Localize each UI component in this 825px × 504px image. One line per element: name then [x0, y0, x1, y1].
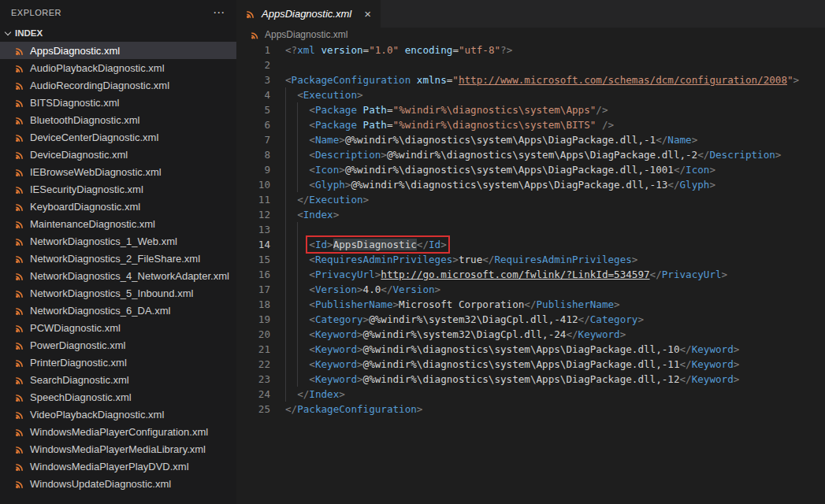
token: 4.0	[363, 284, 381, 295]
token: >	[435, 284, 441, 295]
token: <	[309, 149, 315, 161]
token: >	[692, 134, 698, 146]
file-item[interactable]: KeyboardDiagnostic.xml	[0, 198, 236, 215]
file-item[interactable]: SpeechDiagnostic.xml	[0, 388, 236, 406]
token: <	[309, 343, 315, 355]
file-item[interactable]: BITSDiagnostic.xml	[0, 94, 236, 111]
token: @%windir%\diagnostics\system\Apps\DiagPa…	[363, 358, 680, 370]
token	[285, 89, 297, 101]
code-line[interactable]: 12 <Index>	[236, 207, 825, 222]
code-line[interactable]: 9 <Icon>@%windir%\diagnostics\system\App…	[236, 162, 825, 177]
token: >	[775, 149, 782, 161]
indent-guide	[285, 162, 286, 177]
token: <	[309, 179, 315, 191]
code-line[interactable]: 23 <Keyword>@%windir%\diagnostics\system…	[236, 372, 825, 387]
code-line[interactable]: 10 <Glyph>@%windir%\diagnostics\system\A…	[236, 177, 825, 192]
close-icon[interactable]: ×	[364, 8, 371, 20]
file-item[interactable]: DeviceDiagnostic.xml	[0, 146, 236, 163]
code-line[interactable]: 5 <Package Path="%windir%\diagnostics\sy…	[236, 102, 825, 117]
section-index[interactable]: INDEX	[0, 24, 236, 42]
code-line[interactable]: 2	[236, 57, 825, 72]
token: =	[452, 44, 459, 56]
code-line[interactable]: 17 <Version>4.0</Version>	[236, 282, 825, 297]
file-item[interactable]: PrinterDiagnostic.xml	[0, 354, 236, 371]
token: Keyword	[315, 373, 357, 385]
code-line[interactable]: 16 <PrivacyUrl>http://go.microsoft.com/f…	[236, 267, 825, 282]
file-item[interactable]: WindowsUpdateDiagnostic.xml	[0, 475, 236, 492]
explorer-title: EXPLORER	[11, 8, 61, 17]
token: Id	[429, 239, 440, 250]
file-item[interactable]: WindowsMediaPlayerConfiguration.xml	[0, 423, 236, 440]
token: Package	[315, 119, 357, 131]
code-line[interactable]: 11 </Execution>	[236, 192, 825, 207]
token: >	[452, 254, 459, 265]
token: >	[393, 298, 399, 310]
token: version	[321, 44, 363, 56]
file-item[interactable]: NetworkDiagnostics_5_Inbound.xml	[0, 284, 236, 302]
file-item[interactable]: BluetoothDiagnostic.xml	[0, 111, 236, 128]
token: </	[566, 328, 578, 340]
code-line[interactable]: 13	[236, 222, 825, 237]
tab-appsdiagnostic[interactable]: AppsDiagnostic.xml ×	[236, 0, 381, 28]
file-item[interactable]: WindowsMediaPlayerMediaLibrary.xml	[0, 440, 236, 458]
file-item[interactable]: SearchDiagnostic.xml	[0, 371, 236, 388]
file-item[interactable]: VideoPlaybackDiagnostic.xml	[0, 406, 236, 423]
code-line[interactable]: 6 <Package Path="%windir%\diagnostics\sy…	[236, 117, 825, 132]
token: <	[297, 209, 303, 220]
token: @%windir%\diagnostics\system\Apps\DiagPa…	[345, 164, 674, 176]
file-item[interactable]: IEBrowseWebDiagnostic.xml	[0, 163, 236, 180]
token: Id	[315, 239, 327, 250]
token: >	[614, 298, 620, 310]
code-line[interactable]: 4 <Execution>	[236, 87, 825, 102]
file-item-label: WindowsMediaPlayerConfiguration.xml	[30, 426, 208, 438]
file-item[interactable]: NetworkDiagnostics_4_NetworkAdapter.xml	[0, 267, 236, 284]
file-item[interactable]: PowerDiagnostic.xml	[0, 336, 236, 354]
code-line[interactable]: 18 <PublisherName>Microsoft Corporation<…	[236, 297, 825, 312]
code-line[interactable]: 8 <Description>@%windir%\diagnostics\sys…	[236, 147, 825, 162]
more-actions-icon[interactable]: ⋯	[213, 9, 225, 17]
code-line[interactable]: 3<PackageConfiguration xmlns="http://www…	[236, 72, 825, 87]
indent-guide	[285, 297, 286, 312]
token: http://www.microsoft.com/schemas/dcm/con…	[459, 74, 787, 86]
file-item[interactable]: MaintenanceDiagnostic.xml	[0, 215, 236, 232]
breadcrumb[interactable]: AppsDiagnostic.xml	[236, 28, 825, 42]
token: Execution	[309, 194, 362, 206]
line-number: 16	[236, 267, 270, 282]
file-item[interactable]: AppsDiagnostic.xml	[0, 42, 236, 59]
code-line[interactable]: 25</PackageConfiguration>	[236, 402, 825, 417]
file-item[interactable]: DeviceCenterDiagnostic.xml	[0, 128, 236, 146]
file-item[interactable]: NetworkDiagnostics_1_Web.xml	[0, 232, 236, 250]
xml-file-icon	[15, 132, 25, 143]
file-item[interactable]: NetworkDiagnostics_6_DA.xml	[0, 302, 236, 319]
indent-guide	[297, 267, 298, 282]
file-item[interactable]: NetworkDiagnostics_2_FileShare.xml	[0, 250, 236, 267]
file-item[interactable]: AudioRecordingDiagnostic.xml	[0, 76, 236, 94]
code-line[interactable]: 1<?xml version="1.0" encoding="utf-8"?>	[236, 43, 825, 57]
line-number: 12	[236, 207, 270, 222]
code-line[interactable]: 14 <Id>AppsDiagnostic</Id>	[236, 237, 825, 252]
code-line[interactable]: 19 <Category>@%windir%\system32\DiagCpl.…	[236, 312, 825, 327]
code-line[interactable]: 24 </Index>	[236, 387, 825, 402]
indent-guide	[297, 342, 298, 357]
code-line[interactable]: 22 <Keyword>@%windir%\diagnostics\system…	[236, 357, 825, 372]
code-line[interactable]: 15 <RequiresAdminPrivileges>true</Requir…	[236, 252, 825, 267]
code-text: <Execution>	[285, 87, 363, 102]
file-list: AppsDiagnostic.xml AudioPlaybackDiagnost…	[0, 42, 236, 504]
token: "	[452, 74, 459, 86]
indent-guide	[297, 147, 298, 162]
code-line[interactable]: 7 <Name>@%windir%\diagnostics\system\App…	[236, 132, 825, 147]
token: true	[459, 254, 482, 265]
file-item[interactable]: IESecurityDiagnostic.xml	[0, 180, 236, 198]
file-item[interactable]: WindowsMediaPlayerPlayDVD.xml	[0, 458, 236, 475]
token: <	[309, 269, 315, 280]
token: </	[524, 298, 536, 310]
token: <	[285, 74, 292, 86]
code-line[interactable]: 21 <Keyword>@%windir%\diagnostics\system…	[236, 342, 825, 357]
token: >	[417, 403, 423, 415]
code-line[interactable]: 20 <Keyword>@%windir%\system32\DiagCpl.d…	[236, 327, 825, 342]
file-item[interactable]: PCWDiagnostic.xml	[0, 319, 236, 336]
file-item[interactable]: AudioPlaybackDiagnostic.xml	[0, 59, 236, 76]
line-number: 7	[236, 132, 270, 147]
editor-group: AppsDiagnostic.xml × AppsDiagnostic.xml …	[236, 0, 825, 504]
line-number: 20	[236, 327, 270, 342]
